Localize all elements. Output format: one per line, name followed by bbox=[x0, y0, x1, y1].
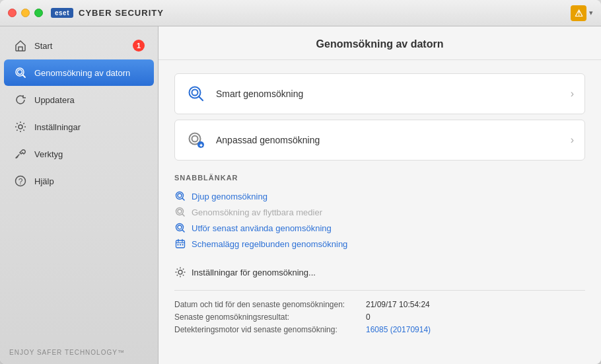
help-icon: ? bbox=[13, 174, 28, 188]
quick-links-title: SNABBLÄNKAR bbox=[174, 174, 585, 182]
start-badge: 1 bbox=[133, 40, 145, 52]
eset-badge: eset bbox=[51, 8, 73, 18]
smart-scan-card[interactable]: Smart genomsökning › bbox=[174, 73, 585, 114]
svg-point-22 bbox=[178, 225, 182, 229]
svg-point-1 bbox=[18, 70, 22, 75]
svg-line-23 bbox=[182, 230, 184, 232]
svg-line-20 bbox=[182, 214, 184, 216]
content-body: Smart genomsökning › ✦ Anpassad genomsö bbox=[159, 60, 601, 364]
sidebar-item-help-label: Hjälp bbox=[34, 176, 145, 186]
sidebar-item-help[interactable]: ? Hjälp bbox=[4, 168, 154, 194]
sidebar: Start 1 Genomsökning av datorn bbox=[0, 26, 159, 364]
quick-link-removable: Genomsökning av flyttbara medier bbox=[174, 204, 585, 220]
smart-scan-icon bbox=[186, 83, 207, 104]
svg-rect-29 bbox=[180, 244, 181, 246]
sidebar-item-settings-label: Inställningar bbox=[34, 122, 145, 132]
content-area: Genomsökning av datorn Smart genomsöknin… bbox=[159, 26, 601, 364]
sidebar-item-settings[interactable]: Inställningar bbox=[4, 114, 154, 140]
main-layout: Start 1 Genomsökning av datorn bbox=[0, 26, 601, 364]
svg-text:?: ? bbox=[18, 177, 23, 186]
schedule-icon bbox=[174, 238, 186, 250]
last-result-row: Senaste genomsökningsresultat: 0 bbox=[174, 312, 585, 322]
last-scan-time-row: Datum och tid för den senaste genomsökni… bbox=[174, 300, 585, 309]
warning-area[interactable]: ⚠ ▾ bbox=[571, 5, 593, 21]
custom-scan-label: Anpassad genomsökning bbox=[216, 135, 571, 145]
svg-point-11 bbox=[192, 136, 198, 142]
last-scan-time-label: Datum och tid för den senaste genomsökni… bbox=[174, 300, 366, 309]
quick-link-deep[interactable]: Djup genomsökning bbox=[174, 188, 585, 204]
titlebar: eset CYBER SECURITY ⚠ ▾ bbox=[0, 0, 601, 26]
home-icon bbox=[13, 38, 28, 53]
last-scan-label: Utför senast använda genomsökning bbox=[192, 223, 332, 233]
removable-scan-icon bbox=[174, 206, 186, 218]
warning-icon[interactable]: ⚠ bbox=[571, 5, 586, 21]
smart-scan-label: Smart genomsökning bbox=[216, 89, 571, 99]
tools-icon bbox=[13, 147, 28, 161]
sidebar-nav: Start 1 Genomsökning av datorn bbox=[0, 26, 158, 341]
content-header: Genomsökning av datorn bbox=[159, 26, 601, 60]
update-icon bbox=[13, 92, 28, 107]
app-window: eset CYBER SECURITY ⚠ ▾ Start bbox=[0, 0, 601, 364]
close-button[interactable] bbox=[8, 9, 17, 17]
svg-point-3 bbox=[18, 125, 22, 129]
last-result-label: Senaste genomsökningsresultat: bbox=[174, 312, 366, 322]
last-scan-icon bbox=[174, 222, 186, 234]
engine-row: Detekteringsmotor vid senaste genomsökni… bbox=[174, 325, 585, 334]
scan-settings-label: Inställningar för genomsökning... bbox=[192, 268, 316, 277]
sidebar-item-scan-label: Genomsökning av datorn bbox=[34, 68, 145, 78]
scan-settings-link[interactable]: Inställningar för genomsökning... bbox=[174, 265, 585, 279]
deep-scan-icon bbox=[174, 190, 186, 202]
sidebar-item-tools-label: Verktyg bbox=[34, 149, 145, 159]
svg-line-17 bbox=[182, 198, 184, 200]
scan-icon bbox=[13, 65, 28, 80]
sidebar-footer: ENJOY SAFER TECHNOLOGY™ bbox=[0, 341, 158, 364]
svg-line-9 bbox=[199, 97, 203, 101]
engine-value[interactable]: 16085 (20170914) bbox=[366, 325, 431, 334]
sidebar-item-scan[interactable]: Genomsökning av datorn bbox=[4, 59, 154, 86]
custom-scan-chevron-icon: › bbox=[571, 134, 574, 146]
sidebar-item-start[interactable]: Start 1 bbox=[4, 32, 154, 59]
last-scan-time-value: 21/09/17 10:54:24 bbox=[366, 300, 430, 309]
sidebar-item-tools[interactable]: Verktyg bbox=[4, 141, 154, 167]
svg-point-8 bbox=[192, 90, 198, 96]
app-name: CYBER SECURITY bbox=[79, 8, 164, 18]
sidebar-item-update[interactable]: Uppdatera bbox=[4, 87, 154, 113]
gear-icon bbox=[13, 120, 28, 134]
scan-info: Datum och tid för den senaste genomsökni… bbox=[174, 290, 585, 334]
app-logo: eset CYBER SECURITY bbox=[51, 8, 164, 18]
custom-scan-card[interactable]: ✦ Anpassad genomsökning › bbox=[174, 120, 585, 161]
minimize-button[interactable] bbox=[21, 9, 30, 17]
quick-links-section: SNABBLÄNKAR Djup genomsökning bbox=[174, 174, 585, 252]
last-result-value: 0 bbox=[366, 312, 371, 322]
traffic-lights bbox=[8, 9, 43, 17]
svg-line-2 bbox=[23, 75, 26, 78]
svg-point-31 bbox=[178, 270, 182, 274]
sidebar-item-update-label: Uppdatera bbox=[34, 95, 145, 105]
engine-label: Detekteringsmotor vid senaste genomsökni… bbox=[174, 325, 366, 334]
deep-scan-label: Djup genomsökning bbox=[192, 192, 267, 201]
page-title: Genomsökning av datorn bbox=[172, 38, 588, 50]
smart-scan-chevron-icon: › bbox=[571, 88, 574, 100]
warning-chevron-icon: ▾ bbox=[589, 9, 593, 17]
sidebar-item-start-label: Start bbox=[34, 41, 133, 51]
svg-rect-30 bbox=[182, 244, 184, 246]
custom-scan-icon: ✦ bbox=[186, 129, 207, 151]
svg-rect-28 bbox=[178, 244, 179, 246]
schedule-label: Schemalägg regelbunden genomsökning bbox=[192, 239, 347, 249]
removable-scan-label: Genomsökning av flyttbara medier bbox=[192, 207, 322, 217]
quick-link-last[interactable]: Utför senast använda genomsökning bbox=[174, 220, 585, 236]
svg-text:✦: ✦ bbox=[199, 143, 203, 149]
svg-point-19 bbox=[178, 209, 182, 213]
maximize-button[interactable] bbox=[34, 9, 43, 17]
quick-link-schedule[interactable]: Schemalägg regelbunden genomsökning bbox=[174, 236, 585, 252]
svg-point-16 bbox=[178, 194, 182, 198]
scan-settings-gear-icon bbox=[174, 266, 186, 278]
